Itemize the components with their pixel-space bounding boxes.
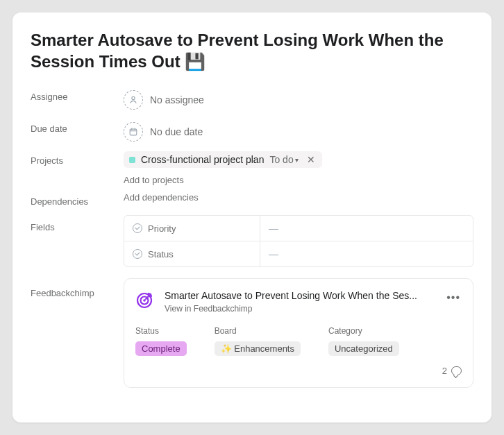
comment-count: 2 <box>442 366 447 376</box>
feedbackchimp-comments[interactable]: 2 <box>135 366 462 376</box>
field-name: Status <box>148 249 174 259</box>
assignee-row: Assignee No assignee <box>31 87 473 112</box>
fc-category-badge: Uncategorized <box>328 341 399 356</box>
due-date-row: Due date No due date <box>31 119 473 144</box>
projects-row: Projects Cross-functional project plan T… <box>31 151 473 185</box>
project-section-dropdown[interactable]: To do ▾ <box>269 154 298 165</box>
add-dependencies-link[interactable]: Add dependencies <box>124 192 473 203</box>
feedbackchimp-card: Smarter Autosave to Prevent Losing Work … <box>124 278 473 388</box>
projects-label: Projects <box>31 151 124 166</box>
dependencies-label: Dependencies <box>31 192 124 207</box>
field-name: Priority <box>148 223 176 234</box>
feedbackchimp-item-title[interactable]: Smarter Autosave to Prevent Losing Work … <box>165 290 435 301</box>
target-icon <box>135 290 155 309</box>
svg-rect-1 <box>130 129 137 135</box>
field-row-priority[interactable]: Priority — <box>124 216 473 241</box>
person-icon <box>124 90 143 110</box>
dropdown-field-icon <box>133 249 142 259</box>
feedbackchimp-row: Feedbackchimp Smarter Autosave to Preven… <box>31 278 473 388</box>
remove-project-button[interactable]: ✕ <box>304 154 318 165</box>
task-title[interactable]: Smarter Autosave to Prevent Losing Work … <box>31 29 473 72</box>
assignee-label: Assignee <box>31 87 124 102</box>
dropdown-field-icon <box>133 223 142 233</box>
field-value: — <box>260 216 473 241</box>
calendar-icon <box>124 122 143 142</box>
task-detail-card: Smarter Autosave to Prevent Losing Work … <box>12 12 492 423</box>
project-name: Cross-functional project plan <box>141 154 264 165</box>
view-in-feedbackchimp-link[interactable]: View in Feedbackchimp <box>165 304 435 314</box>
field-row-status[interactable]: Status — <box>124 241 473 266</box>
project-chip[interactable]: Cross-functional project plan To do ▾ ✕ <box>124 151 322 168</box>
fc-board-badge: ✨ Enhancements <box>215 341 301 356</box>
fc-status-label: Status <box>135 326 187 336</box>
svg-point-0 <box>132 97 135 100</box>
fields-label: Fields <box>31 215 124 232</box>
chevron-down-icon: ▾ <box>295 156 299 164</box>
due-date-field[interactable]: No due date <box>124 119 473 144</box>
add-to-projects-link[interactable]: Add to projects <box>124 175 473 185</box>
feedbackchimp-label: Feedbackchimp <box>31 278 124 298</box>
comment-icon <box>451 366 462 375</box>
field-value: — <box>260 241 473 266</box>
due-date-empty-text: No due date <box>150 126 203 137</box>
feedbackchimp-meta: Status Complete Board ✨ Enhancements Cat… <box>135 326 462 356</box>
assignee-empty-text: No assignee <box>150 94 204 105</box>
fc-category-label: Category <box>328 326 399 336</box>
more-menu-button[interactable]: ••• <box>445 290 462 305</box>
assignee-field[interactable]: No assignee <box>124 87 473 112</box>
dependencies-row: Dependencies Add dependencies <box>31 192 473 207</box>
fields-row: Fields Priority — Status — <box>31 215 473 267</box>
custom-fields-table: Priority — Status — <box>124 215 473 267</box>
project-color-dot <box>129 157 135 163</box>
fc-status-badge: Complete <box>135 341 187 356</box>
due-date-label: Due date <box>31 119 124 134</box>
fc-board-label: Board <box>215 326 301 336</box>
